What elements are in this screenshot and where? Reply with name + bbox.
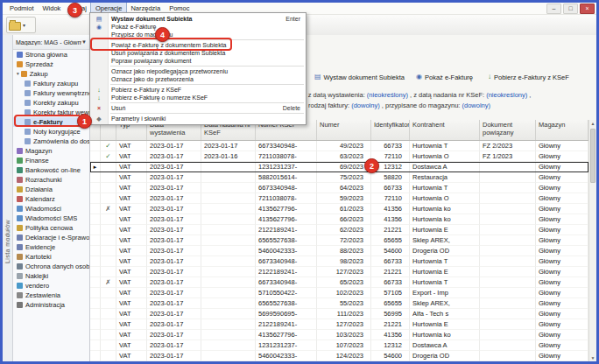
folder-menu-button[interactable]: ▾ [6,17,36,33]
column-header[interactable]: Kontrahent [410,120,480,140]
table-cell: Export - Imp [410,288,480,298]
scroll-up-icon[interactable]: ▲ [589,120,596,127]
table-row[interactable]: ✗VAT2023-01-176673340948-65/202366733Hur… [90,277,588,288]
sidebar-item[interactable]: ▾Zakup [13,69,89,79]
table-cell: 72110 [371,193,410,204]
sidebar-item[interactable]: Zestawienia [13,290,89,300]
table-cell: 64/2023 [317,183,371,193]
menubar-item[interactable]: Podmiot [5,3,39,14]
menu-item[interactable]: Oznacz jako do przetworzenia [90,75,306,83]
sidebar-item[interactable]: Naklejki [13,271,89,281]
table-cell [480,277,536,288]
pobierz-efaktury-button[interactable]: ↓Pobierz e-Faktury z KSeF [484,70,573,84]
sidebar-item[interactable]: Deklaracje i e-Sprawozdawczość [13,233,89,242]
window-controls: –□× [546,4,595,14]
table-row[interactable]: VAT2023-01-172122189241-127/202321221Hur… [90,267,588,277]
menu-item[interactable]: Popraw powiązany dokument [90,57,306,65]
table-row[interactable]: VAT2023-01-176565527638-72/202365655Skle… [90,235,588,246]
sidebar-item[interactable]: Administracja [13,300,89,310]
table-row[interactable]: VAT2023-01-176673340948-98/202366733Hurt… [90,256,588,267]
sidebar-item[interactable]: Zamówienia do dostawców [13,136,89,146]
table-row[interactable]: VAT2023-01-176673340948-64/202366733Hurt… [90,183,588,193]
sidebar-item-label: Administracja [25,300,65,310]
table-row[interactable]: VAT2023-01-174135627796-66/202341356Hurt… [90,214,588,225]
maximize-button[interactable]: □ [563,4,578,14]
filter-value-link[interactable]: (nieokreślony) [486,91,527,99]
menu-item[interactable]: ×UsuńDelete [90,104,306,112]
scrollbar-thumb[interactable] [590,129,595,183]
menu-item[interactable]: ◆Parametry i słowniki [90,115,306,122]
sidebar-item[interactable]: Noty korygujące [13,127,89,136]
sidebar-item[interactable]: Korekty zakupu [13,98,89,108]
scroll-down-icon[interactable]: ▼ [589,354,596,361]
vertical-scrollbar[interactable]: ▲ ▼ [588,120,596,361]
table-cell [480,235,536,246]
table-row[interactable]: ✓VAT2023-01-172023-01-167211038078-63/20… [90,151,588,162]
menubar-item[interactable]: Widok [39,3,66,14]
menu-item[interactable]: Przypisz do magazynu [90,31,306,38]
delete-icon: × [95,104,103,112]
menu-item[interactable]: Oznacz jako niepodlegająca przetworzeniu [90,67,306,75]
table-row[interactable]: VAT2023-01-172122189241-62/202321221Hurt… [90,225,588,235]
warehouse-selector[interactable]: Magazyn: MAG - Główny ▼ [13,35,89,50]
sidebar-item[interactable]: Faktury wewnętrzne [13,88,89,98]
close-button[interactable]: × [580,4,595,14]
menu-item[interactable]: Usuń powiązania z dokumentem Subiekta [90,49,306,57]
table-row[interactable]: ✗VAT2023-01-174135627796-61/202341356Hur… [90,204,588,214]
warehouse-label: Magazyn: [16,39,42,46]
sidebar-item[interactable]: Rozrachunki [13,175,89,185]
modules-strip-label: Lista modułów [4,220,11,263]
table-cell: 6673340948- [256,256,317,267]
column-header[interactable]: Dokument powiązany [480,120,536,140]
sidebar-item[interactable]: Ewidencje [13,242,89,252]
table-row[interactable]: VAT2023-01-177211038078-59/202372110Hurt… [90,193,588,204]
table-row[interactable]: VAT2023-01-175460042333-88/202354600Drog… [90,246,588,256]
table-cell: VAT [116,277,147,288]
sidebar-item[interactable]: Ochrona danych osobowych [13,262,89,271]
sidebar-item[interactable]: Działania [13,185,89,194]
table-row[interactable]: VAT2023-01-174135627796-103/202341356Hur… [90,330,588,340]
filter-value-link[interactable]: (dowolny) [351,102,380,109]
menu-item[interactable]: ▤Wystaw dokument SubiektaEnter [90,15,306,23]
sidebar-item[interactable]: Faktury zakupu [13,79,89,88]
minimize-button[interactable]: – [546,4,561,14]
table-row[interactable]: ✓VAT2023-01-172023-01-176673340948-49/20… [90,141,588,151]
sidebar-item[interactable]: Bankowość on-line [13,165,89,175]
pokaz-efakture-button[interactable]: ◉Pokaż e-Fakturę [412,70,476,84]
sidebar-item[interactable]: Kalendarz [13,194,89,204]
wystaw-dokument-button[interactable]: ▤Wystaw dokument Subiekta [311,70,408,84]
sidebar-item[interactable]: Polityka cenowa [13,223,89,233]
sidebar-item[interactable]: Kartoteki [13,252,89,262]
filter-text: , przypisane do magazynu: [380,102,462,109]
column-header[interactable]: Identyfikator [371,120,410,140]
table-row[interactable]: ►VAT2023-01-171231231237-69/202312312Dos… [90,162,588,172]
table-row[interactable]: VAT2023-01-175699590695-111/202356995Alf… [90,309,588,319]
menu-item[interactable]: ↓Pobierz e-Faktury z KSeF [90,86,306,94]
sidebar-item-label: Deklaracje i e-Sprawozdawczość [25,233,89,242]
sidebar-item[interactable]: Wiadomości [13,204,89,214]
filter-value-link[interactable]: (nieokreślony) [367,91,408,99]
sidebar-item[interactable]: Wiadomości SMS [13,214,89,223]
menu-item[interactable]: ◉Pokaż e-Fakturę [90,23,306,31]
table-cell: VAT [116,319,147,330]
table-row[interactable]: VAT2023-01-176565527638-55/202365655Skle… [90,298,588,309]
table-row[interactable]: VAT2023-01-172122189241-127/202321221Hur… [90,319,588,330]
table-row[interactable]: VAT2023-01-171231231237-107/202312312Dos… [90,340,588,351]
row-pointer-cell [90,256,101,267]
sidebar-item[interactable]: Sprzedaż [13,60,89,69]
menu-item[interactable]: ↓Pobierz e-Fakturę o numerze KSeF [90,94,306,102]
sidebar-item[interactable]: Finanse [13,156,89,165]
table-row[interactable]: VAT2023-01-175882015614-75/202358820Rest… [90,172,588,183]
table-row[interactable]: VAT2023-01-175710550422-102/202357105Exp… [90,288,588,298]
column-header[interactable]: Magazyn [536,120,588,140]
column-header[interactable]: Numer [317,120,371,140]
filter-value-link[interactable]: (dowolny) [462,102,491,109]
sidebar-item[interactable]: Magazyn [13,146,89,156]
table-row[interactable]: VAT2023-01-175460042333-124/202354600Dro… [90,351,588,361]
menu-item[interactable]: Powiąż e-Fakturę z dokumentem Subiekta [90,41,306,49]
table-cell: Hurtownia ko [410,214,480,225]
table-cell: 56995 [371,309,410,319]
table-cell: 2023-01-17 [201,141,256,151]
sidebar-item[interactable]: vendero [13,281,89,290]
sidebar-item[interactable]: Strona główna [13,50,89,60]
